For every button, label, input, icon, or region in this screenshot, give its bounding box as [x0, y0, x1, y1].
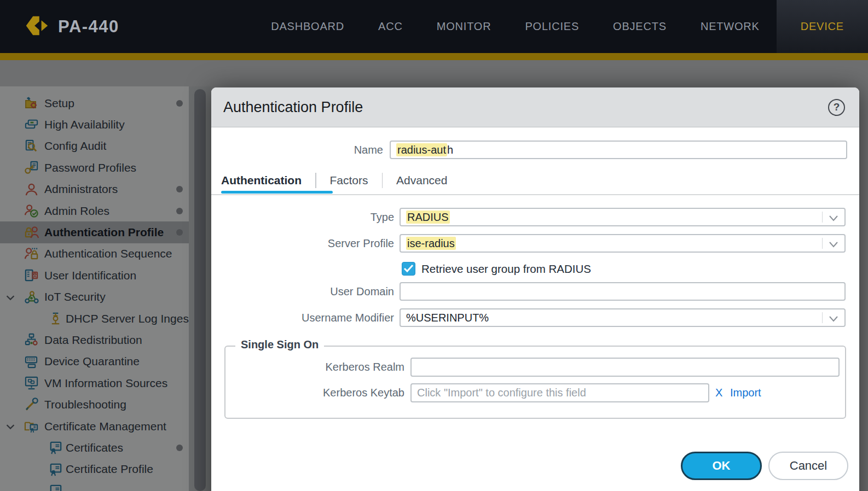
type-select[interactable]: RADIUS — [400, 208, 846, 226]
kerberos-realm-input[interactable] — [410, 358, 840, 377]
nav-tab-acc[interactable]: ACC — [361, 0, 420, 53]
chevron-down-icon — [828, 239, 839, 249]
type-label: Type — [211, 208, 394, 226]
nav-tab-dashboard[interactable]: DASHBOARD — [254, 0, 361, 53]
keytab-import-button[interactable]: Import — [730, 383, 761, 402]
chevron-down-icon — [828, 314, 839, 324]
user-domain-row: User Domain — [211, 282, 859, 301]
kerberos-realm-label: Kerberos Realm — [225, 358, 404, 377]
nav-tab-objects[interactable]: OBJECTS — [596, 0, 684, 53]
tab-factors[interactable]: Factors — [316, 174, 382, 187]
authentication-profile-dialog: Authentication Profile ? Name radius-aut… — [211, 87, 859, 491]
name-input[interactable]: radius-auth — [390, 141, 847, 159]
ok-button[interactable]: OK — [681, 452, 762, 480]
name-label: Name — [211, 141, 383, 159]
checkmark-icon — [403, 264, 414, 273]
username-modifier-select[interactable]: %USERINPUT% — [400, 308, 846, 327]
user-domain-label: User Domain — [211, 282, 394, 301]
help-icon[interactable]: ? — [828, 99, 845, 116]
nav-tab-policies[interactable]: POLICIES — [508, 0, 596, 53]
server-profile-row: Server Profile ise-radius — [211, 234, 859, 253]
paloalto-logo-icon — [22, 11, 50, 42]
top-nav: PA-440 DASHBOARD ACC MONITOR POLICIES OB… — [0, 0, 868, 53]
retrieve-group-row: Retrieve user group from RADIUS — [211, 262, 859, 276]
single-sign-on-legend: Single Sign On — [235, 338, 324, 351]
dialog-tabs: Authentication Factors Advanced — [221, 170, 461, 191]
kerberos-realm-row: Kerberos Realm — [225, 358, 845, 377]
nav-tab-monitor[interactable]: MONITOR — [420, 0, 508, 53]
tab-advanced[interactable]: Advanced — [383, 174, 461, 187]
nav-menu: DASHBOARD ACC MONITOR POLICIES OBJECTS N… — [254, 0, 868, 53]
username-modifier-label: Username Modifier — [211, 308, 394, 327]
retrieve-group-label: Retrieve user group from RADIUS — [421, 262, 591, 276]
dialog-header: Authentication Profile ? — [211, 87, 859, 127]
kerberos-keytab-row: Kerberos Keytab X Import — [225, 383, 845, 402]
keytab-clear-button[interactable]: X — [715, 383, 722, 402]
user-domain-input[interactable] — [400, 282, 846, 301]
single-sign-on-group: Single Sign On Kerberos Realm Kerberos K… — [224, 346, 846, 419]
server-profile-label: Server Profile — [211, 234, 394, 253]
chevron-down-icon — [828, 213, 839, 223]
kerberos-keytab-label: Kerberos Keytab — [225, 383, 404, 402]
brand-logo: PA-440 — [22, 0, 119, 53]
tab-authentication[interactable]: Authentication — [221, 174, 315, 187]
type-row: Type RADIUS — [211, 208, 859, 226]
active-tab-underline — [221, 191, 333, 194]
server-profile-select[interactable]: ise-radius — [400, 234, 846, 253]
name-row: Name radius-auth — [211, 141, 859, 159]
tabs-rule — [211, 194, 859, 195]
retrieve-group-checkbox[interactable] — [402, 262, 415, 276]
device-model-label: PA-440 — [58, 17, 119, 37]
dialog-title: Authentication Profile — [223, 99, 363, 116]
nav-tab-device[interactable]: DEVICE — [777, 0, 868, 53]
cancel-button[interactable]: Cancel — [768, 452, 848, 480]
username-modifier-row: Username Modifier %USERINPUT% — [211, 308, 859, 327]
nav-tab-network[interactable]: NETWORK — [684, 0, 777, 53]
kerberos-keytab-input[interactable] — [410, 383, 709, 402]
